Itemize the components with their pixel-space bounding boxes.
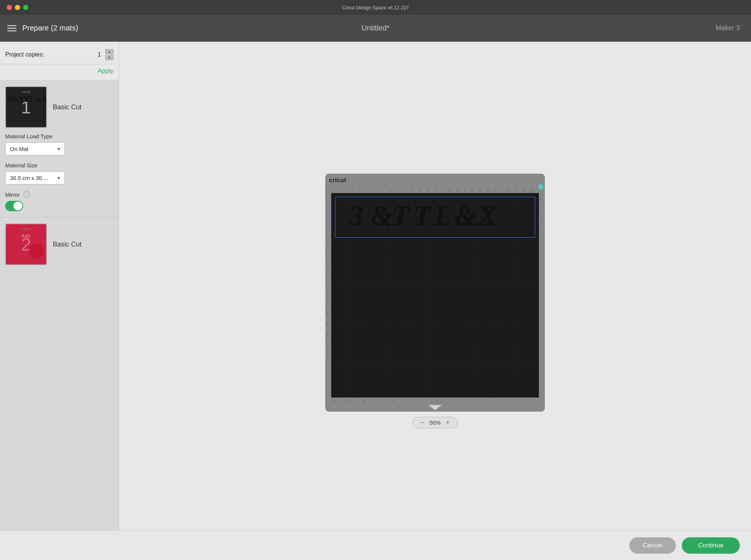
- menu-button[interactable]: [7, 25, 16, 31]
- material-load-type-select-wrapper: On Mat Without Mat ▼: [5, 142, 65, 155]
- svg-text:11: 11: [539, 199, 542, 201]
- mat-canvas: cricut 2 3 4 5 6 7 8 9: [325, 174, 545, 412]
- svg-text:3: 3: [349, 200, 363, 231]
- apply-row: Apply: [0, 64, 119, 80]
- material-size-select[interactable]: 30.5 cm x 30.... 30.5 cm x 60....: [5, 171, 65, 184]
- svg-text:10: 10: [362, 400, 365, 402]
- ruler-side-right: 11 10 9 8 7 6 5 4: [539, 193, 545, 398]
- svg-text:T: T: [392, 200, 410, 231]
- material-load-type-select[interactable]: On Mat Without Mat: [5, 142, 65, 155]
- svg-text:12: 12: [404, 189, 407, 192]
- hamburger-line-1: [7, 25, 16, 26]
- machine-name: Maker 3: [716, 24, 740, 32]
- header-right: Maker 3: [716, 24, 740, 32]
- mat-handle-top-right[interactable]: [538, 184, 543, 189]
- svg-text:13: 13: [326, 322, 329, 325]
- header-left: Prepare (2 mats): [0, 24, 78, 32]
- svg-text:18: 18: [449, 189, 451, 192]
- copies-down-button[interactable]: ▼: [105, 55, 114, 60]
- svg-text:2: 2: [482, 400, 483, 402]
- minimize-button[interactable]: [15, 5, 20, 10]
- svg-text:1: 1: [496, 400, 498, 402]
- ruler-side-right-svg: 11 10 9 8 7 6 5 4: [539, 193, 545, 398]
- ruler-side-svg: 2 3 4 5 6 7 8 9 10 11 12: [325, 193, 331, 398]
- svg-text:5: 5: [352, 189, 354, 192]
- maximize-button[interactable]: [23, 5, 28, 10]
- mat-2-row: cricut eas 2 Basic Cut: [5, 223, 114, 265]
- svg-text:4: 4: [452, 400, 453, 402]
- svg-text:2: 2: [330, 189, 331, 192]
- document-title: Untitled*: [361, 24, 390, 32]
- continue-button[interactable]: Continue: [682, 537, 740, 554]
- mat-2-thumb-logo: cricut: [6, 227, 46, 231]
- hamburger-line-3: [7, 30, 16, 31]
- header-center: Untitled*: [361, 24, 390, 32]
- svg-text:25: 25: [500, 189, 503, 192]
- main-header: Prepare (2 mats) Untitled* Maker 3: [0, 15, 751, 42]
- svg-text:15: 15: [426, 189, 429, 192]
- toggle-knob: [13, 202, 22, 210]
- svg-text:2: 2: [326, 201, 329, 203]
- svg-text:4: 4: [326, 223, 329, 225]
- page-title: Prepare (2 mats): [22, 24, 78, 32]
- svg-text:16: 16: [326, 356, 329, 358]
- material-size-label: Material Size: [5, 162, 114, 168]
- svg-text:9: 9: [381, 189, 383, 192]
- mat-1-thumbnail[interactable]: cricut 3&TTL&X 1: [5, 86, 47, 128]
- svg-text:3: 3: [467, 400, 468, 402]
- ruler-top: 2 3 4 5 6 7 8 9 10 11 12 13 14: [325, 187, 545, 193]
- ruler-bottom-svg: 21 11 10 6 6 7 9 5 4 3 2 1: [332, 398, 538, 403]
- close-button[interactable]: [7, 5, 12, 10]
- mat-handle-top-left[interactable]: [327, 184, 332, 189]
- svg-text:6: 6: [392, 400, 394, 402]
- svg-text:13: 13: [412, 189, 414, 192]
- svg-text:14: 14: [326, 334, 329, 336]
- svg-text:27: 27: [515, 189, 518, 192]
- svg-text:9: 9: [326, 279, 329, 281]
- svg-text:24: 24: [493, 189, 496, 192]
- svg-text:16: 16: [434, 189, 437, 192]
- svg-text:23: 23: [486, 189, 489, 192]
- mirror-label: Mirror: [5, 192, 20, 198]
- apply-button[interactable]: Apply: [98, 67, 114, 75]
- traffic-lights: [7, 5, 28, 10]
- zoom-in-button[interactable]: +: [444, 419, 452, 427]
- hamburger-line-2: [7, 28, 16, 29]
- svg-text:10: 10: [326, 289, 329, 292]
- mirror-info-icon[interactable]: i: [23, 191, 30, 198]
- svg-text:19: 19: [456, 189, 459, 192]
- project-copies-label: Project copies:: [5, 51, 91, 58]
- mat-2-thumbnail[interactable]: cricut eas 2: [5, 223, 47, 265]
- svg-text:9: 9: [540, 239, 541, 242]
- mat-canvas-container: cricut 2 3 4 5 6 7 8 9: [325, 174, 545, 412]
- svg-text:7: 7: [366, 189, 368, 192]
- ruler-side: 2 3 4 5 6 7 8 9 10 11 12: [325, 193, 331, 398]
- cancel-button[interactable]: Cancel: [629, 537, 676, 554]
- copies-control: 1 ▲ ▼: [96, 49, 114, 60]
- svg-text:29: 29: [530, 189, 533, 192]
- svg-text:5: 5: [437, 400, 438, 402]
- svg-text:11: 11: [397, 189, 399, 192]
- svg-text:6: 6: [377, 400, 379, 402]
- design-selection-box[interactable]: 3 & T T L & X: [335, 197, 535, 238]
- svg-text:T: T: [413, 200, 432, 231]
- svg-text:7: 7: [540, 284, 541, 286]
- svg-text:28: 28: [522, 189, 525, 192]
- zoom-value: 50%: [426, 419, 444, 426]
- sidebar: Project copies: 1 ▲ ▼ Apply cricut 3&TTL…: [0, 42, 119, 560]
- mat-grid: 3 & T T L & X: [331, 193, 539, 398]
- svg-text:3: 3: [326, 212, 329, 214]
- mat-2-label: Basic Cut: [53, 241, 82, 248]
- svg-text:3: 3: [337, 189, 339, 192]
- copies-up-button[interactable]: ▲: [105, 49, 114, 54]
- svg-text:10: 10: [389, 189, 391, 192]
- zoom-controls: − 50% +: [412, 417, 457, 428]
- mirror-toggle[interactable]: [5, 201, 23, 211]
- svg-text:8: 8: [374, 189, 375, 192]
- svg-text:17: 17: [441, 189, 444, 192]
- mat-1-thumb-logo: cricut: [6, 90, 46, 94]
- mat-1-label: Basic Cut: [53, 103, 82, 111]
- cricut-logo: cricut: [329, 177, 346, 184]
- zoom-out-button[interactable]: −: [418, 419, 426, 427]
- mat-1-row: cricut 3&TTL&X 1 Basic Cut: [5, 86, 114, 128]
